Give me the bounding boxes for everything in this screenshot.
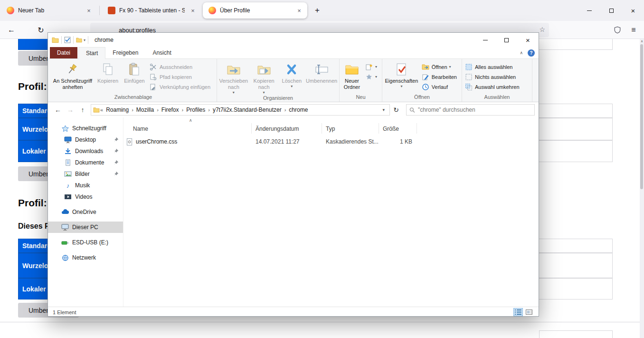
nav-item-usb-drive[interactable]: ESD-USB (E:) (48, 237, 123, 248)
invert-selection-button[interactable]: Auswahl umkehren (463, 82, 523, 92)
cut-button[interactable]: Ausschneiden (148, 62, 214, 72)
delete-button[interactable]: Löschen ▾ (278, 60, 305, 95)
column-header-modified[interactable]: Änderungsdatum (252, 123, 322, 134)
collapse-ribbon-icon[interactable]: ∧ (520, 50, 523, 55)
copy-path-button[interactable]: Pfad kopieren (148, 72, 214, 82)
tab-start[interactable]: Start (78, 47, 105, 59)
tab-datei[interactable]: Datei (50, 47, 77, 58)
menu-button[interactable]: ≡ (626, 22, 641, 38)
new-item-button[interactable]: ▾ (363, 62, 381, 72)
maximize-button[interactable] (496, 33, 517, 47)
maximize-icon (504, 38, 509, 42)
nav-item-downloads[interactable]: Downloads (48, 145, 123, 157)
paste-shortcut-button[interactable]: Verknüpfung einfügen (148, 82, 214, 92)
paste-button[interactable]: Einfügen (121, 60, 148, 94)
rename-button[interactable]: Umbenennen (305, 60, 338, 95)
button-label: Neuer Ordner (341, 78, 363, 90)
nav-item-this-pc[interactable]: Dieser PC (48, 222, 123, 233)
nav-item-music[interactable]: ♪ Musik (48, 180, 123, 191)
copy-button[interactable]: Kopieren (95, 60, 121, 94)
explorer-title-bar[interactable]: ▾ chrome × (48, 33, 539, 47)
close-icon[interactable]: × (189, 6, 197, 15)
maximize-button[interactable] (600, 0, 622, 21)
paste-shortcut-icon (150, 83, 157, 91)
breadcrumb-item[interactable]: Roaming (104, 106, 131, 113)
chevron-down-icon[interactable]: ▾ (84, 38, 85, 42)
nav-forward-button[interactable]: → (64, 104, 76, 116)
close-icon[interactable]: × (295, 6, 303, 15)
close-window-button[interactable]: × (622, 0, 644, 21)
folder-icon (52, 37, 59, 43)
back-button[interactable]: ← (4, 22, 19, 38)
close-window-button[interactable]: × (517, 33, 539, 47)
select-all-button[interactable]: Alles auswählen (463, 62, 523, 72)
minimize-button[interactable] (578, 0, 600, 21)
large-icons-view-button[interactable] (524, 308, 534, 316)
tab-freigeben[interactable]: Freigeben (105, 47, 145, 58)
tab-ueber-profile[interactable]: Über Profile × (203, 2, 307, 19)
chevrons-left-icon[interactable]: « (100, 107, 104, 113)
scissors-icon (150, 63, 157, 71)
details-view-button[interactable] (513, 308, 523, 316)
pin-to-quick-access-button[interactable]: An Schnellzugriff anheften (51, 60, 95, 94)
history-button[interactable]: Verlauf (420, 82, 461, 92)
copy-to-button[interactable]: Kopieren nach ▾ (249, 60, 279, 95)
folder-icon[interactable] (76, 37, 82, 43)
button-label: Eigenschaften (385, 78, 418, 84)
page-scrollbar[interactable]: ∧ (640, 39, 644, 338)
minimize-button[interactable] (474, 33, 496, 47)
select-none-button[interactable]: Nichts auswählen (463, 72, 523, 82)
properties-icon (394, 62, 409, 77)
tab-fx90[interactable]: Fx 90 - Tableiste unten - Seite 1 × (102, 2, 201, 19)
chevron-down-icon[interactable]: ▾ (379, 107, 388, 112)
edit-button[interactable]: Bearbeiten (420, 72, 461, 82)
easy-access-button[interactable]: ▾ (363, 72, 381, 82)
reload-button[interactable]: ↻ (33, 22, 48, 38)
privacy-shield-button[interactable] (610, 22, 625, 38)
breadcrumb-item[interactable]: Firefox (159, 106, 181, 113)
file-size: 1 KB (379, 138, 417, 145)
back-icon: ← (8, 26, 15, 34)
scrollbar-thumb[interactable] (640, 44, 643, 189)
help-icon[interactable]: ? (528, 49, 535, 57)
button-label: Bearbeiten (432, 74, 457, 80)
move-to-button[interactable]: Verschieben nach ▾ (218, 60, 249, 95)
nav-item-desktop[interactable]: Desktop (48, 134, 123, 145)
nav-item-videos[interactable]: Videos (48, 191, 123, 203)
search-input[interactable] (418, 106, 531, 113)
breadcrumb-item[interactable]: chrome (286, 106, 310, 113)
tab-separator (99, 6, 100, 15)
nav-item-onedrive[interactable]: OneDrive (48, 206, 123, 218)
close-icon[interactable]: × (85, 6, 93, 15)
breadcrumb-bar[interactable]: « Roaming › Mozilla › Firefox › Profiles… (91, 104, 390, 116)
breadcrumb-item[interactable]: Profiles (184, 106, 208, 113)
search-box[interactable] (406, 104, 535, 116)
nav-item-pictures[interactable]: Bilder (48, 168, 123, 180)
nav-item-label: Netzwerk (72, 254, 96, 261)
breadcrumb-item[interactable]: y7t7ii2x.Standard-Benutzer (210, 106, 284, 113)
column-header-size[interactable]: Größe (379, 123, 417, 134)
quick-access-check-icon[interactable] (64, 37, 71, 43)
nav-up-button[interactable]: ↑ (76, 104, 89, 116)
refresh-button[interactable]: ↻ (390, 104, 402, 116)
chevron-down-icon: ▾ (291, 84, 293, 88)
column-header-name[interactable]: Name (123, 123, 252, 134)
properties-button[interactable]: Eigenschaften ▾ (383, 60, 420, 94)
nav-item-quick-access[interactable]: Schnellzugriff (48, 123, 123, 134)
breadcrumb-item[interactable]: Mozilla (134, 106, 156, 113)
nav-item-label: Bilder (75, 171, 90, 177)
tab-ansicht[interactable]: Ansicht (145, 47, 178, 58)
tab-neuer-tab[interactable]: Neuer Tab × (1, 2, 97, 19)
column-header-type[interactable]: Typ (322, 123, 379, 134)
open-button[interactable]: Öffnen ▾ (420, 62, 461, 72)
scroll-up-icon[interactable]: ∧ (640, 39, 644, 43)
new-tab-button[interactable]: + (310, 3, 324, 18)
new-folder-button[interactable]: Neuer Ordner (341, 60, 363, 94)
bookmark-star-icon[interactable]: ☆ (539, 26, 545, 33)
nav-back-button[interactable]: ← (52, 104, 64, 116)
maximize-icon (609, 9, 614, 13)
select-none-icon (465, 73, 473, 81)
file-row[interactable]: userChrome.css 14.07.2021 11:27 Kaskadie… (123, 136, 535, 147)
nav-item-network[interactable]: Netzwerk (48, 252, 123, 263)
nav-item-documents[interactable]: Dokumente (48, 157, 123, 168)
